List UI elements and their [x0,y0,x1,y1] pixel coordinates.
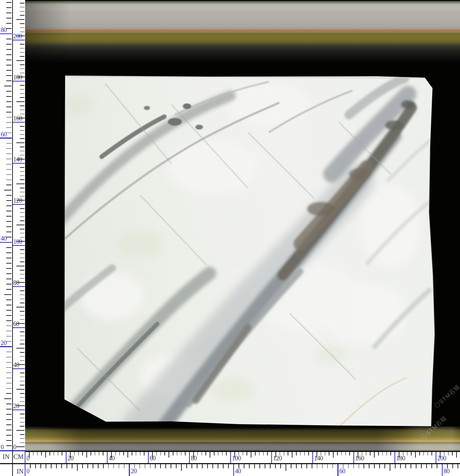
inches-unit-label: IN [0,454,12,460]
cm-unit-label: CM [12,454,24,460]
horizontal-rulers-zero-line [25,451,26,476]
scan-image: STM石猫 STM石猫 [25,0,460,452]
left-rulers-separator-line [12,0,13,476]
marble-slab-image [25,0,460,452]
ruler-rows-separator-line [0,463,460,464]
stone-slab-scan-viewer: STM石猫 STM石猫 020406080 020406080100120140… [0,0,460,476]
scanner-bottom-band-shading [25,427,460,452]
inches-row-unit-label: IN [12,468,24,475]
scan-bottom-border-line [25,451,460,452]
